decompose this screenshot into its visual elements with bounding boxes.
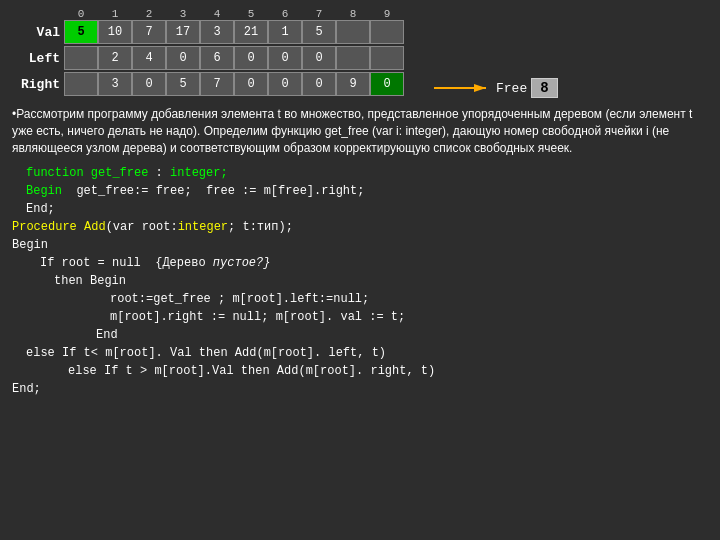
left-cell-0 xyxy=(64,46,98,70)
col-header-9: 9 xyxy=(370,8,404,20)
right-row: Right 3 0 5 7 0 0 0 9 0 xyxy=(12,72,708,96)
val-cell-7: 5 xyxy=(302,20,336,44)
code-line-6: If root = null {Дерево пустое?} xyxy=(12,254,708,272)
left-cell-4: 6 xyxy=(200,46,234,70)
code-line-5: Begin xyxy=(12,236,708,254)
left-cell-6: 0 xyxy=(268,46,302,70)
col-header-1: 1 xyxy=(98,8,132,20)
description-content: •Рассмотрим программу добавления элемент… xyxy=(12,107,692,155)
right-cell-9: 0 xyxy=(370,72,404,96)
code-line-3: End; xyxy=(12,200,708,218)
right-cell-4: 7 xyxy=(200,72,234,96)
val-cells: 5 10 7 17 3 21 1 5 xyxy=(64,20,404,44)
col-header-0: 0 xyxy=(64,8,98,20)
left-row: Left 2 4 0 6 0 0 0 xyxy=(12,46,708,70)
left-cell-7: 0 xyxy=(302,46,336,70)
val-cell-9 xyxy=(370,20,404,44)
description-text: •Рассмотрим программу добавления элемент… xyxy=(12,106,708,156)
kw-function: function get_free xyxy=(26,166,148,180)
kw-root-getfree: root:=get_free ; m[root].left:=null; xyxy=(110,292,369,306)
code-line-4: Procedure Add(var root:integer; t:тип); xyxy=(12,218,708,236)
code-line-1: function get_free : integer; xyxy=(12,164,708,182)
col-header-7: 7 xyxy=(302,8,336,20)
val-cell-4: 3 xyxy=(200,20,234,44)
code-line-12: else If t > m[root].Val then Add(m[root]… xyxy=(12,362,708,380)
left-cells: 2 4 0 6 0 0 0 xyxy=(64,46,404,70)
code-line-13: End; xyxy=(12,380,708,398)
left-cell-3: 0 xyxy=(166,46,200,70)
col-header-3: 3 xyxy=(166,8,200,20)
left-cell-5: 0 xyxy=(234,46,268,70)
left-cell-8 xyxy=(336,46,370,70)
col-header-8: 8 xyxy=(336,8,370,20)
free-value: 8 xyxy=(531,78,557,98)
val-cell-3: 17 xyxy=(166,20,200,44)
col-header-2: 2 xyxy=(132,8,166,20)
val-cell-1: 10 xyxy=(98,20,132,44)
code-line-11: else If t< m[root]. Val then Add(m[root]… xyxy=(12,344,708,362)
code-line-9: m[root].right := null; m[root]. val := t… xyxy=(12,308,708,326)
val-cell-5: 21 xyxy=(234,20,268,44)
val-cell-6: 1 xyxy=(268,20,302,44)
right-cell-5: 0 xyxy=(234,72,268,96)
col-header-5: 5 xyxy=(234,8,268,20)
left-cell-1: 2 xyxy=(98,46,132,70)
right-cell-7: 0 xyxy=(302,72,336,96)
kw-proc-params2: ; t:тип); xyxy=(228,220,293,234)
right-cell-6: 0 xyxy=(268,72,302,96)
val-label: Val xyxy=(12,25,64,40)
code-line-10: End xyxy=(12,326,708,344)
kw-procedure: Procedure Add xyxy=(12,220,106,234)
kw-end2: End xyxy=(96,328,118,342)
code-line-8: root:=get_free ; m[root].left:=null; xyxy=(12,290,708,308)
kw-proc-params1: (var root: xyxy=(106,220,178,234)
col-headers: 0 1 2 3 4 5 6 7 8 9 xyxy=(64,8,708,20)
kw-if1: If root = null {Дерево xyxy=(40,256,213,270)
kw-integer: integer; xyxy=(170,166,228,180)
table-section: 0 1 2 3 4 5 6 7 8 9 Val 5 10 7 17 3 21 1… xyxy=(12,8,708,98)
free-text-label: Free xyxy=(496,81,527,96)
code-section: function get_free : integer; Begin get_f… xyxy=(12,164,708,398)
right-cell-0 xyxy=(64,72,98,96)
val-cell-8 xyxy=(336,20,370,44)
right-cell-8: 9 xyxy=(336,72,370,96)
right-cell-3: 5 xyxy=(166,72,200,96)
kw-colon: : xyxy=(148,166,170,180)
kw-then-begin: then Begin xyxy=(54,274,126,288)
left-cell-2: 4 xyxy=(132,46,166,70)
right-cells: 3 0 5 7 0 0 0 9 0 xyxy=(64,72,404,96)
val-cell-2: 7 xyxy=(132,20,166,44)
kw-empty: пустое?} xyxy=(213,256,271,270)
right-label: Right xyxy=(12,77,64,92)
right-cell-2: 0 xyxy=(132,72,166,96)
kw-else-if2: else If t > m[root].Val then Add(m[root]… xyxy=(68,364,435,378)
main-container: 0 1 2 3 4 5 6 7 8 9 Val 5 10 7 17 3 21 1… xyxy=(0,0,720,540)
col-header-4: 4 xyxy=(200,8,234,20)
code-line-2: Begin get_free:= free; free := m[free].r… xyxy=(12,182,708,200)
val-cell-0: 5 xyxy=(64,20,98,44)
kw-else-if1: else If t< m[root]. Val then Add(m[root]… xyxy=(26,346,386,360)
kw-end3: End; xyxy=(12,382,41,396)
right-cell-1: 3 xyxy=(98,72,132,96)
col-header-6: 6 xyxy=(268,8,302,20)
kw-begin2: Begin xyxy=(12,238,48,252)
kw-getfree: get_free:= free; free := m[free].right; xyxy=(62,184,364,198)
kw-mroot-right: m[root].right := null; m[root]. val := t… xyxy=(110,310,405,324)
code-line-7: then Begin xyxy=(12,272,708,290)
kw-proc-integer: integer xyxy=(178,220,228,234)
arrow-icon xyxy=(434,81,494,95)
kw-end1: End; xyxy=(26,202,55,216)
left-cell-9 xyxy=(370,46,404,70)
arrow-container: Free 8 xyxy=(434,78,558,98)
kw-begin1: Begin xyxy=(26,184,62,198)
val-row: Val 5 10 7 17 3 21 1 5 xyxy=(12,20,708,44)
left-label: Left xyxy=(12,51,64,66)
